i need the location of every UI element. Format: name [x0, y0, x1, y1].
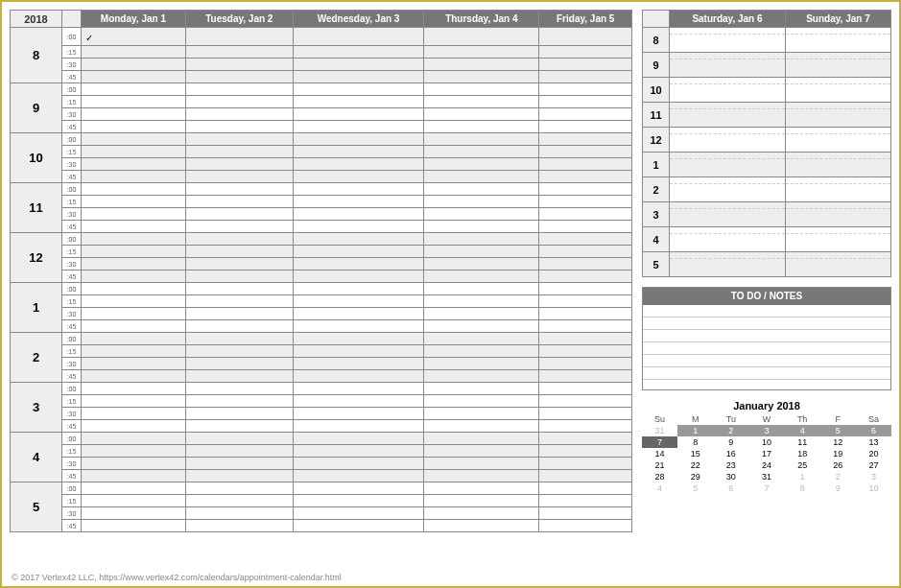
mini-cal-day[interactable]: 2 [713, 425, 748, 436]
appointment-slot[interactable] [424, 59, 539, 71]
appointment-slot[interactable] [293, 71, 423, 83]
appointment-slot[interactable] [293, 233, 423, 246]
appointment-slot[interactable] [293, 83, 423, 96]
appointment-slot[interactable] [539, 358, 632, 370]
mini-cal-day[interactable]: 28 [642, 471, 677, 482]
appointment-slot[interactable] [82, 507, 186, 520]
mini-cal-day[interactable]: 6 [713, 482, 748, 494]
appointment-slot[interactable] [539, 208, 632, 221]
appointment-slot[interactable] [424, 133, 539, 146]
appointment-slot[interactable] [539, 283, 632, 295]
appointment-slot[interactable] [424, 258, 539, 270]
mini-cal-day[interactable]: 6 [856, 425, 891, 436]
appointment-slot[interactable] [82, 482, 186, 495]
appointment-slot[interactable] [82, 158, 186, 171]
appointment-slot[interactable] [293, 46, 423, 59]
appointment-slot[interactable] [185, 121, 293, 133]
appointment-slot[interactable] [82, 420, 186, 433]
appointment-slot[interactable] [185, 171, 293, 183]
weekend-slot[interactable] [670, 128, 786, 153]
appointment-slot[interactable] [293, 146, 423, 158]
mini-cal-day[interactable]: 11 [785, 436, 820, 448]
mini-cal-day[interactable]: 5 [677, 482, 713, 494]
appointment-slot[interactable] [185, 133, 293, 146]
appointment-slot[interactable] [424, 320, 539, 333]
appointment-slot[interactable] [82, 433, 186, 445]
mini-cal-day[interactable]: 7 [748, 482, 784, 494]
mini-cal-day[interactable]: 16 [713, 448, 748, 459]
appointment-slot[interactable] [539, 270, 632, 283]
appointment-slot[interactable] [82, 221, 186, 233]
appointment-slot[interactable] [293, 283, 423, 295]
appointment-slot[interactable] [539, 507, 632, 520]
appointment-slot[interactable] [539, 71, 632, 83]
appointment-slot[interactable] [82, 258, 186, 270]
weekend-slot[interactable] [785, 202, 890, 227]
mini-cal-day[interactable]: 26 [820, 459, 856, 471]
weekend-slot[interactable] [670, 28, 786, 53]
weekend-slot[interactable] [670, 78, 786, 103]
appointment-slot[interactable] [424, 208, 539, 221]
mini-cal-day[interactable]: 7 [642, 436, 677, 448]
appointment-slot[interactable] [185, 520, 293, 532]
appointment-slot[interactable] [539, 171, 632, 183]
mini-cal-day[interactable]: 9 [713, 436, 748, 448]
appointment-slot[interactable] [424, 96, 539, 108]
appointment-slot[interactable] [539, 108, 632, 121]
mini-cal-day[interactable]: 21 [642, 459, 677, 471]
appointment-slot[interactable] [539, 470, 632, 482]
appointment-slot[interactable] [539, 295, 632, 308]
mini-cal-day[interactable]: 31 [642, 425, 677, 436]
mini-cal-day[interactable]: 1 [677, 425, 713, 436]
appointment-slot[interactable] [293, 96, 423, 108]
appointment-slot[interactable] [185, 233, 293, 246]
appointment-slot[interactable] [293, 28, 423, 46]
appointment-slot[interactable] [185, 383, 293, 395]
appointment-slot[interactable] [539, 59, 632, 71]
appointment-slot[interactable] [539, 383, 632, 395]
appointment-slot[interactable] [424, 233, 539, 246]
appointment-slot[interactable] [82, 208, 186, 221]
appointment-slot[interactable] [424, 183, 539, 196]
appointment-slot[interactable] [539, 370, 632, 383]
mini-cal-day[interactable]: 31 [748, 471, 784, 482]
appointment-slot[interactable] [539, 246, 632, 258]
appointment-slot[interactable] [82, 383, 186, 395]
mini-cal-day[interactable]: 27 [856, 459, 891, 471]
appointment-slot[interactable] [424, 358, 539, 370]
appointment-slot[interactable] [185, 470, 293, 482]
appointment-slot[interactable] [293, 482, 423, 495]
mini-cal-day[interactable]: 18 [785, 448, 820, 459]
mini-cal-day[interactable]: 4 [642, 482, 677, 494]
weekend-slot[interactable] [785, 153, 890, 177]
weekend-slot[interactable] [670, 153, 786, 177]
appointment-slot[interactable] [185, 358, 293, 370]
appointment-slot[interactable] [424, 408, 539, 420]
appointment-slot[interactable] [539, 96, 632, 108]
mini-cal-day[interactable]: 22 [677, 459, 713, 471]
weekend-slot[interactable] [670, 252, 786, 277]
appointment-slot[interactable] [185, 433, 293, 445]
appointment-slot[interactable] [424, 520, 539, 532]
appointment-slot[interactable] [185, 28, 293, 46]
appointment-slot[interactable] [185, 96, 293, 108]
appointment-slot[interactable] [185, 458, 293, 470]
appointment-slot[interactable] [82, 183, 186, 196]
appointment-slot[interactable] [424, 495, 539, 507]
appointment-slot[interactable] [293, 408, 423, 420]
appointment-slot[interactable] [424, 121, 539, 133]
appointment-slot[interactable] [82, 520, 186, 532]
appointment-slot[interactable] [82, 333, 186, 345]
appointment-slot[interactable] [82, 108, 186, 121]
appointment-slot[interactable] [424, 458, 539, 470]
appointment-slot[interactable] [82, 370, 186, 383]
weekend-slot[interactable] [785, 227, 890, 252]
appointment-slot[interactable] [539, 83, 632, 96]
mini-cal-day[interactable]: 25 [785, 459, 820, 471]
appointment-slot[interactable] [539, 433, 632, 445]
appointment-slot[interactable] [185, 507, 293, 520]
appointment-slot[interactable] [539, 158, 632, 171]
appointment-slot[interactable] [185, 59, 293, 71]
appointment-slot[interactable] [185, 395, 293, 408]
appointment-slot[interactable] [82, 358, 186, 370]
